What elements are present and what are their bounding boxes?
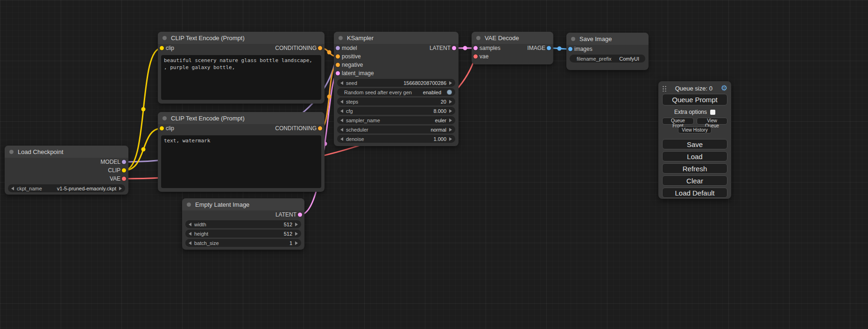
- increment-arrow-icon[interactable]: [295, 241, 298, 245]
- output-socket-vae[interactable]: [122, 177, 126, 181]
- decrement-arrow-icon[interactable]: [11, 187, 14, 190]
- node-load-checkpoint[interactable]: Load Checkpoint MODEL CLIP VAE ckpt_name…: [5, 146, 128, 195]
- input-socket-images[interactable]: [568, 47, 572, 51]
- link-midpoint-dot: [557, 47, 562, 51]
- queue-front-button[interactable]: Queue Front: [662, 118, 694, 125]
- save-button[interactable]: Save: [662, 139, 727, 149]
- widget-value: 512: [284, 222, 292, 227]
- node-title: Load Checkpoint: [18, 148, 64, 155]
- decrement-arrow-icon[interactable]: [189, 232, 191, 236]
- decrement-arrow-icon[interactable]: [340, 137, 343, 141]
- node-clip-text-encode-negative[interactable]: CLIP Text Encode (Prompt) clip CONDITION…: [158, 112, 325, 192]
- node-title: CLIP Text Encode (Prompt): [171, 115, 245, 122]
- widget-label: scheduler: [346, 127, 368, 133]
- output-socket-latent[interactable]: [298, 213, 302, 217]
- decrement-arrow-icon[interactable]: [340, 100, 343, 104]
- collapse-dot-icon[interactable]: [339, 36, 343, 40]
- input-socket-model[interactable]: [336, 46, 340, 50]
- input-label-samples: samples: [480, 45, 501, 51]
- node-title-bar[interactable]: CLIP Text Encode (Prompt): [158, 32, 325, 44]
- widget-steps[interactable]: steps 20: [337, 98, 455, 105]
- settings-gear-icon[interactable]: ⚙: [721, 84, 727, 92]
- extra-options-checkbox[interactable]: [710, 110, 715, 115]
- input-socket-clip[interactable]: [160, 126, 164, 131]
- increment-arrow-icon[interactable]: [295, 232, 298, 236]
- drag-handle-icon[interactable]: [662, 85, 667, 91]
- widget-seed[interactable]: seed 156680208700286: [337, 79, 455, 87]
- increment-arrow-icon[interactable]: [449, 100, 452, 104]
- node-title-bar[interactable]: CLIP Text Encode (Prompt): [158, 112, 325, 124]
- toggle-knob-icon[interactable]: [447, 90, 452, 95]
- collapse-dot-icon[interactable]: [476, 36, 480, 40]
- input-socket-latent-image[interactable]: [336, 71, 340, 76]
- decrement-arrow-icon[interactable]: [189, 223, 191, 226]
- collapse-dot-icon[interactable]: [162, 116, 167, 120]
- widget-label: cfg: [346, 108, 353, 114]
- node-save-image[interactable]: Save Image images filename_prefix ComfyU…: [566, 33, 649, 70]
- increment-arrow-icon[interactable]: [449, 137, 452, 141]
- widget-label: batch_size: [194, 240, 219, 246]
- increment-arrow-icon[interactable]: [449, 81, 452, 85]
- decrement-arrow-icon[interactable]: [340, 119, 343, 122]
- decrement-arrow-icon[interactable]: [340, 109, 343, 113]
- view-queue-button[interactable]: View Queue: [697, 118, 727, 125]
- output-socket-latent[interactable]: [452, 46, 456, 50]
- prompt-textarea[interactable]: beautiful scenery nature glass bottle la…: [161, 55, 321, 100]
- widget-label: steps: [346, 99, 358, 105]
- refresh-button[interactable]: Refresh: [662, 163, 727, 174]
- node-title-bar[interactable]: VAE Decode: [472, 32, 553, 44]
- clear-button[interactable]: Clear: [662, 175, 727, 186]
- node-title-bar[interactable]: KSampler: [334, 32, 459, 44]
- increment-arrow-icon[interactable]: [449, 119, 452, 122]
- widget-filename-prefix[interactable]: filename_prefix ComfyUI: [570, 55, 645, 63]
- output-socket-clip[interactable]: [122, 168, 126, 173]
- collapse-dot-icon[interactable]: [571, 37, 575, 41]
- node-ksampler[interactable]: KSampler model LATENT positive negative …: [334, 32, 459, 146]
- input-socket-samples[interactable]: [473, 46, 478, 50]
- decrement-arrow-icon[interactable]: [340, 128, 343, 132]
- node-empty-latent-image[interactable]: Empty Latent Image LATENT width 512 heig…: [182, 198, 304, 250]
- widget-denoise[interactable]: denoise 1.000: [337, 135, 455, 143]
- collapse-dot-icon[interactable]: [162, 36, 167, 40]
- increment-arrow-icon[interactable]: [119, 187, 122, 190]
- collapse-dot-icon[interactable]: [187, 203, 191, 207]
- input-socket-vae[interactable]: [473, 55, 478, 59]
- increment-arrow-icon[interactable]: [449, 109, 452, 113]
- widget-width[interactable]: width 512: [185, 220, 301, 228]
- widget-sampler-name[interactable]: sampler_name euler: [337, 116, 455, 124]
- widget-height[interactable]: height 512: [185, 230, 301, 238]
- widget-scheduler[interactable]: scheduler normal: [337, 126, 455, 133]
- link-midpoint-dot: [327, 50, 332, 55]
- slot-row: images: [566, 45, 649, 53]
- load-button[interactable]: Load: [662, 151, 727, 161]
- node-vae-decode[interactable]: VAE Decode samples IMAGE vae: [472, 32, 553, 64]
- widget-ckpt-name[interactable]: ckpt_name v1-5-pruned-emaonly.ckpt: [8, 184, 125, 192]
- widget-batch-size[interactable]: batch_size 1: [185, 239, 301, 247]
- output-socket-image[interactable]: [547, 46, 551, 50]
- node-graph-canvas[interactable]: Load Checkpoint MODEL CLIP VAE ckpt_name…: [0, 0, 868, 329]
- collapse-dot-icon[interactable]: [9, 150, 14, 154]
- widget-cfg[interactable]: cfg 8.000: [337, 107, 455, 115]
- prompt-textarea[interactable]: text, watermark: [161, 135, 321, 188]
- node-title-bar[interactable]: Load Checkpoint: [5, 146, 128, 158]
- increment-arrow-icon[interactable]: [449, 128, 452, 132]
- output-label-vae: VAE: [110, 175, 120, 182]
- node-title-bar[interactable]: Empty Latent Image: [182, 198, 304, 210]
- input-socket-clip[interactable]: [160, 46, 164, 50]
- output-socket-model[interactable]: [122, 160, 126, 164]
- load-default-button[interactable]: Load Default: [662, 188, 727, 198]
- increment-arrow-icon[interactable]: [295, 223, 298, 226]
- output-socket-conditioning[interactable]: [318, 46, 322, 50]
- input-socket-positive[interactable]: [336, 55, 340, 59]
- view-history-button[interactable]: View History: [678, 126, 711, 133]
- widget-random-seed-toggle[interactable]: Random seed after every gen enabled: [337, 88, 455, 96]
- input-socket-negative[interactable]: [336, 63, 340, 67]
- node-clip-text-encode-positive[interactable]: CLIP Text Encode (Prompt) clip CONDITION…: [158, 32, 325, 104]
- widget-value: 156680208700286: [403, 80, 446, 86]
- widget-label: seed: [346, 80, 357, 86]
- node-title-bar[interactable]: Save Image: [566, 33, 649, 45]
- decrement-arrow-icon[interactable]: [189, 241, 191, 245]
- decrement-arrow-icon[interactable]: [340, 81, 343, 85]
- output-socket-conditioning[interactable]: [318, 126, 322, 131]
- queue-prompt-button[interactable]: Queue Prompt: [662, 94, 727, 105]
